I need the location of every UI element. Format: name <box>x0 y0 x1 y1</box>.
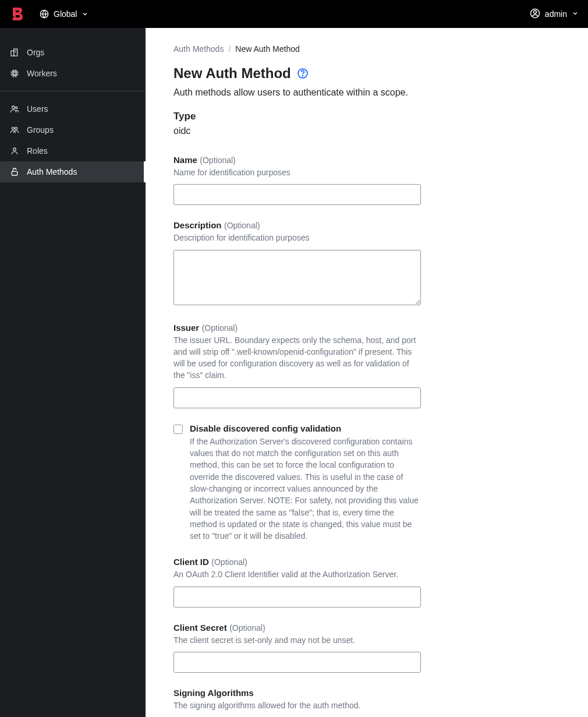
client-secret-hint: The client secret is set-only and may no… <box>173 634 421 646</box>
logo[interactable] <box>9 6 26 22</box>
svg-rect-8 <box>12 71 17 76</box>
svg-point-25 <box>302 76 303 76</box>
sidebar-item-roles[interactable]: Roles <box>0 140 146 161</box>
cpu-icon <box>9 68 20 79</box>
chevron-down-icon <box>82 10 88 17</box>
scope-label: Global <box>54 9 77 19</box>
sidebar-item-label: Users <box>27 104 48 114</box>
disable-validation-hint: If the Authorization Server's discovered… <box>190 436 421 542</box>
sidebar-item-groups[interactable]: Groups <box>0 119 146 140</box>
disable-validation-label: Disable discovered config validation <box>190 423 421 433</box>
sidebar-item-label: Groups <box>27 125 54 135</box>
sidebar-item-label: Workers <box>27 69 57 78</box>
signing-algorithms-label: Signing Algorithms <box>173 688 254 698</box>
globe-icon <box>40 9 49 19</box>
svg-rect-9 <box>13 72 16 75</box>
main-content: Auth Methods / New Auth Method New Auth … <box>146 28 588 717</box>
svg-point-21 <box>15 127 17 129</box>
issuer-input[interactable] <box>173 387 421 408</box>
topbar-left: Global <box>9 6 88 22</box>
org-icon <box>9 47 20 58</box>
sidebar-item-users[interactable]: Users <box>0 98 146 119</box>
groups-icon <box>9 125 20 135</box>
name-input[interactable] <box>173 184 421 205</box>
user-menu[interactable]: admin <box>530 8 579 20</box>
scope-selector[interactable]: Global <box>40 9 88 19</box>
users-icon <box>9 104 20 114</box>
name-label: Name <box>173 155 197 165</box>
svg-point-20 <box>12 127 14 129</box>
sidebar-item-workers[interactable]: Workers <box>0 63 146 84</box>
svg-rect-23 <box>12 171 17 175</box>
name-optional: (Optional) <box>200 156 235 165</box>
roles-icon <box>9 146 20 156</box>
sidebar: Orgs Workers <box>0 28 146 717</box>
breadcrumb-parent[interactable]: Auth Methods <box>173 44 224 54</box>
signing-algorithms-hint: The signing algorithms allowed for the a… <box>173 700 421 711</box>
issuer-hint: The issuer URL. Boundary expects only th… <box>173 334 421 382</box>
sidebar-item-label: Auth Methods <box>27 167 77 176</box>
svg-point-22 <box>13 148 16 151</box>
issuer-label: Issuer <box>173 323 199 333</box>
client-secret-label: Client Secret <box>173 623 227 633</box>
svg-point-18 <box>12 106 15 109</box>
client-id-hint: An OAuth 2.0 Client Identifier valid at … <box>173 568 421 580</box>
topbar: Global admin <box>0 0 588 28</box>
user-circle-icon <box>530 8 540 20</box>
sidebar-item-orgs[interactable]: Orgs <box>0 42 146 63</box>
client-secret-optional: (Optional) <box>229 623 265 633</box>
client-secret-input[interactable] <box>173 652 421 673</box>
type-label: Type <box>173 111 560 122</box>
svg-rect-4 <box>11 51 14 56</box>
user-label: admin <box>545 9 567 19</box>
page-title: New Auth Method <box>173 65 291 82</box>
description-input[interactable] <box>173 250 421 305</box>
description-label: Description <box>173 220 222 230</box>
sidebar-divider <box>0 91 146 91</box>
sidebar-item-label: Roles <box>27 146 48 156</box>
client-id-input[interactable] <box>173 587 421 607</box>
name-hint: Name for identification purposes <box>173 167 421 178</box>
svg-point-19 <box>16 107 17 108</box>
sidebar-item-auth-methods[interactable]: Auth Methods <box>0 161 146 182</box>
lock-icon <box>9 167 20 177</box>
client-id-label: Client ID <box>173 557 209 567</box>
description-optional: (Optional) <box>224 221 260 230</box>
sidebar-item-label: Orgs <box>27 48 44 57</box>
breadcrumb: Auth Methods / New Auth Method <box>173 44 560 54</box>
type-value: oidc <box>173 126 560 136</box>
svg-point-3 <box>533 10 536 13</box>
issuer-optional: (Optional) <box>202 323 238 333</box>
client-id-optional: (Optional) <box>211 557 247 567</box>
breadcrumb-current: New Auth Method <box>235 44 300 54</box>
page-description: Auth methods allow users to authenticate… <box>173 87 560 98</box>
description-hint: Description for identification purposes <box>173 232 421 243</box>
breadcrumb-separator: / <box>228 44 231 54</box>
chevron-down-icon <box>572 9 579 19</box>
help-icon[interactable] <box>297 68 309 79</box>
disable-validation-checkbox[interactable] <box>173 425 183 434</box>
